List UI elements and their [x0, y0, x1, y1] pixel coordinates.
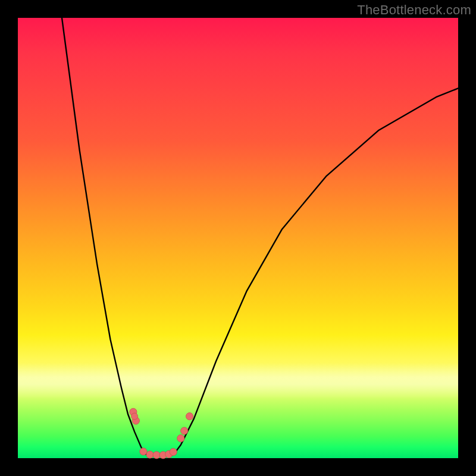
- bottleneck-curve: [62, 18, 458, 456]
- marker-layer: [130, 408, 193, 459]
- plot-area: [18, 18, 458, 458]
- curve-layer: [18, 18, 458, 458]
- data-marker: [170, 449, 177, 456]
- chart-frame: TheBottleneck.com: [0, 0, 476, 476]
- data-marker: [153, 452, 160, 459]
- data-marker: [177, 435, 184, 442]
- data-marker: [181, 427, 188, 434]
- data-marker: [131, 413, 138, 419]
- watermark-text: TheBottleneck.com: [357, 2, 471, 18]
- data-marker: [146, 451, 154, 458]
- data-marker: [140, 448, 147, 455]
- data-marker: [186, 413, 193, 420]
